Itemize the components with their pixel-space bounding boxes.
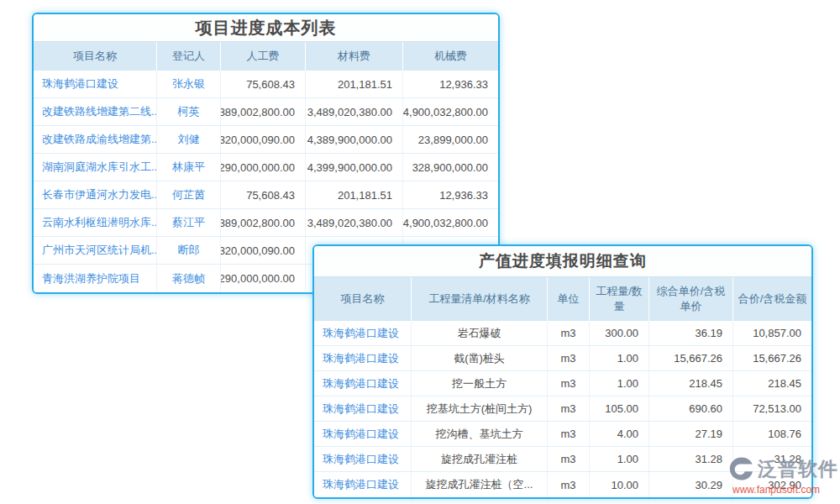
- table-cell: 岩石爆破: [412, 321, 548, 345]
- cell-link[interactable]: 珠海鹤港口建设: [314, 422, 412, 446]
- cell-link[interactable]: 刘健: [157, 126, 221, 153]
- table-cell: 10,857.00: [733, 321, 811, 345]
- table-cell: 10.00: [590, 472, 649, 497]
- table-cell: m3: [548, 472, 590, 497]
- table-cell: 15,667.26: [733, 346, 811, 370]
- table-row: 珠海鹤港口建设挖沟槽、基坑土方m34.0027.19108.76: [314, 422, 811, 447]
- table-cell: 31.28: [649, 447, 733, 471]
- fanpu-url-text: www.fanpusoft.com: [727, 484, 838, 496]
- table-cell: 23,899,000.00: [403, 126, 498, 153]
- table-cell: 15,667.26: [649, 346, 733, 370]
- table-cell: 4.00: [590, 422, 649, 446]
- table-cell: 105.00: [590, 396, 649, 421]
- table-row: 云南水利枢纽潜明水库...蔡江平389,002,800.003,489,020,…: [34, 209, 498, 237]
- column-header-labor-cost: 人工费: [221, 42, 306, 71]
- cell-link[interactable]: 珠海鹤港口建设: [34, 71, 157, 97]
- table-cell: 36.19: [649, 321, 733, 345]
- column-header-total-amount: 合价/含税金额: [733, 277, 811, 321]
- table-cell: 218.45: [733, 371, 811, 396]
- table-cell: 201,181.51: [306, 181, 403, 208]
- column-header-boq-material-name: 工程量清单/材料名称: [412, 277, 548, 321]
- cell-link[interactable]: 珠海鹤港口建设: [314, 321, 412, 345]
- table-cell: 300.00: [590, 321, 649, 345]
- table-row: 长春市伊通河水力发电...何芷茵75,608.43201,181.5112,93…: [34, 181, 498, 209]
- cell-link[interactable]: 珠海鹤港口建设: [314, 472, 412, 497]
- column-header-quantity: 工程量/数量: [590, 277, 649, 321]
- column-header-machinery-cost: 机械费: [403, 42, 498, 71]
- table-cell: m3: [548, 396, 590, 421]
- column-header-unit: 单位: [548, 277, 590, 321]
- cell-link[interactable]: 湖南洞庭湖水库引水工...: [34, 154, 157, 181]
- table-cell: 4,389,900,000.00: [306, 126, 403, 153]
- cell-link[interactable]: 柯英: [157, 98, 221, 125]
- table-cell: 27.19: [649, 422, 733, 446]
- table-cell: 320,000,090.00: [221, 126, 306, 153]
- cost-list-title: 项目进度成本列表: [34, 14, 498, 42]
- cell-link[interactable]: 蔡江平: [157, 209, 221, 236]
- table-cell: 1.00: [590, 447, 649, 471]
- output-detail-header-row: 项目名称 工程量清单/材料名称 单位 工程量/数量 综合单价/含税单价 合价/含…: [314, 277, 811, 321]
- table-row: 珠海鹤港口建设岩石爆破m3300.0036.1910,857.00: [314, 321, 811, 346]
- table-cell: 389,002,800.00: [221, 98, 306, 125]
- table-cell: 30.29: [649, 472, 733, 497]
- cost-list-header-row: 项目名称 登记人 人工费 材料费 机械费: [34, 42, 498, 71]
- cell-link[interactable]: 林康平: [157, 154, 221, 181]
- cell-link[interactable]: 珠海鹤港口建设: [314, 396, 412, 421]
- table-cell: 挖一般土方: [412, 371, 548, 396]
- table-cell: 690.60: [649, 396, 733, 421]
- cell-link[interactable]: 珠海鹤港口建设: [314, 447, 412, 471]
- cell-link[interactable]: 广州市天河区统计局机...: [34, 237, 157, 264]
- table-cell: 旋挖成孔灌注桩: [412, 447, 548, 471]
- table-cell: 旋挖成孔灌注桩（空...: [412, 472, 548, 497]
- table-cell: 75,608.43: [221, 181, 306, 208]
- cell-link[interactable]: 张永银: [157, 71, 221, 97]
- table-cell: m3: [548, 371, 590, 396]
- table-cell: 1.00: [590, 371, 649, 396]
- column-header-material-cost: 材料费: [306, 42, 403, 71]
- column-header-project-name: 项目名称: [314, 277, 412, 321]
- cell-link[interactable]: 断郎: [157, 237, 221, 264]
- table-cell: 328,900,000.00: [403, 154, 498, 181]
- table-row: 珠海鹤港口建设截(凿)桩头m31.0015,667.2615,667.26: [314, 346, 811, 371]
- table-cell: m3: [548, 422, 590, 446]
- fanpu-logo-icon: [727, 454, 754, 483]
- table-cell: 201,181.51: [306, 71, 403, 97]
- table-row: 改建铁路成渝线增建第...刘健320,000,090.004,389,900,0…: [34, 126, 498, 154]
- table-cell: 截(凿)桩头: [412, 346, 548, 370]
- table-cell: m3: [548, 346, 590, 370]
- table-row: 珠海鹤港口建设挖基坑土方(桩间土方)m3105.00690.6072,513.0…: [314, 396, 811, 422]
- cell-link[interactable]: 长春市伊通河水力发电...: [34, 181, 157, 208]
- table-cell: 挖沟槽、基坑土方: [412, 422, 548, 446]
- column-header-registrant: 登记人: [157, 42, 221, 71]
- table-row: 珠海鹤港口建设挖一般土方m31.00218.45218.45: [314, 371, 811, 396]
- table-cell: 4,290,000,000.00: [221, 154, 306, 181]
- cell-link[interactable]: 青海洪湖养护院项目: [34, 265, 157, 292]
- table-cell: 3,489,020,380.00: [306, 98, 403, 125]
- table-cell: m3: [548, 321, 590, 345]
- cell-link[interactable]: 珠海鹤港口建设: [314, 346, 412, 370]
- cell-link[interactable]: 珠海鹤港口建设: [314, 371, 412, 396]
- table-cell: 4,290,000,000.00: [221, 265, 306, 292]
- table-cell: 挖基坑土方(桩间土方): [412, 396, 548, 421]
- column-header-project-name: 项目名称: [34, 42, 157, 71]
- table-row: 改建铁路线增建第二线...柯英389,002,800.003,489,020,3…: [34, 98, 498, 126]
- table-cell: 72,513.00: [733, 396, 811, 421]
- table-cell: 12,936.33: [403, 71, 498, 97]
- table-row: 湖南洞庭湖水库引水工...林康平4,290,000,000.004,399,90…: [34, 154, 498, 181]
- table-row: 珠海鹤港口建设张永银75,608.43201,181.5112,936.33: [34, 71, 498, 98]
- table-cell: 4,399,900,000.00: [306, 154, 403, 181]
- table-cell: 218.45: [649, 371, 733, 396]
- cell-link[interactable]: 云南水利枢纽潜明水库...: [34, 209, 157, 236]
- fanpu-watermark: 泛普软件 www.fanpusoft.com: [727, 454, 838, 496]
- table-cell: 389,002,800.00: [221, 209, 306, 236]
- table-cell: m3: [548, 447, 590, 471]
- cell-link[interactable]: 蒋德帧: [157, 265, 221, 292]
- cell-link[interactable]: 改建铁路成渝线增建第...: [34, 126, 157, 153]
- cell-link[interactable]: 改建铁路线增建第二线...: [34, 98, 157, 125]
- table-cell: 24,900,032,800.00: [403, 209, 498, 236]
- table-cell: 24,900,032,800.00: [403, 98, 498, 125]
- page: 项目进度成本列表 项目名称 登记人 人工费 材料费 机械费 珠海鹤港口建设张永银…: [0, 0, 840, 504]
- cell-link[interactable]: 何芷茵: [157, 181, 221, 208]
- output-detail-title: 产值进度填报明细查询: [314, 246, 811, 277]
- fanpu-brand-text: 泛普软件: [758, 456, 838, 482]
